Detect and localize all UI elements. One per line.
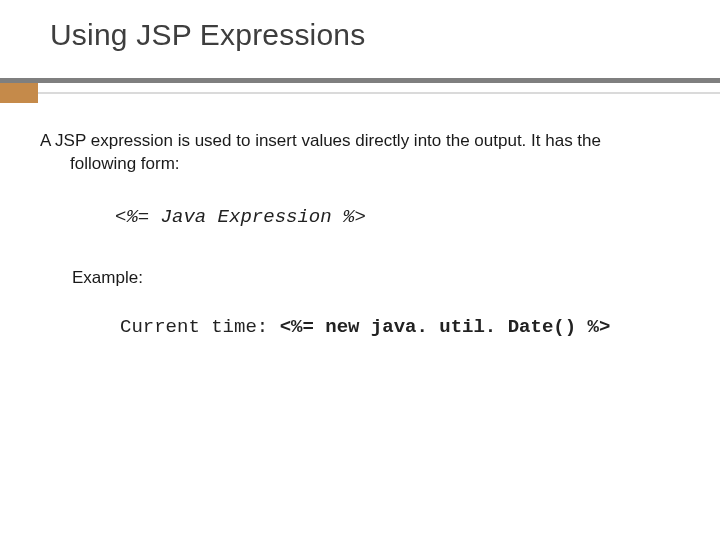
divider bbox=[0, 78, 720, 103]
intro-text: A JSP expression is used to insert value… bbox=[40, 130, 680, 176]
example-label: Example: bbox=[72, 268, 680, 288]
syntax-code: <%= Java Expression %> bbox=[115, 206, 680, 228]
slide: Using JSP Expressions A JSP expression i… bbox=[0, 0, 720, 540]
example-bold: <%= new java. util. Date() %> bbox=[280, 316, 611, 338]
divider-accent bbox=[0, 83, 38, 103]
divider-line bbox=[38, 83, 720, 103]
slide-title: Using JSP Expressions bbox=[50, 18, 365, 52]
intro-line-2: following form: bbox=[40, 153, 680, 176]
slide-body: A JSP expression is used to insert value… bbox=[40, 130, 680, 338]
intro-line-1: A JSP expression is used to insert value… bbox=[40, 131, 601, 150]
example-prefix: Current time: bbox=[120, 316, 280, 338]
divider-row bbox=[0, 83, 720, 103]
example-code: Current time: <%= new java. util. Date()… bbox=[120, 316, 680, 338]
